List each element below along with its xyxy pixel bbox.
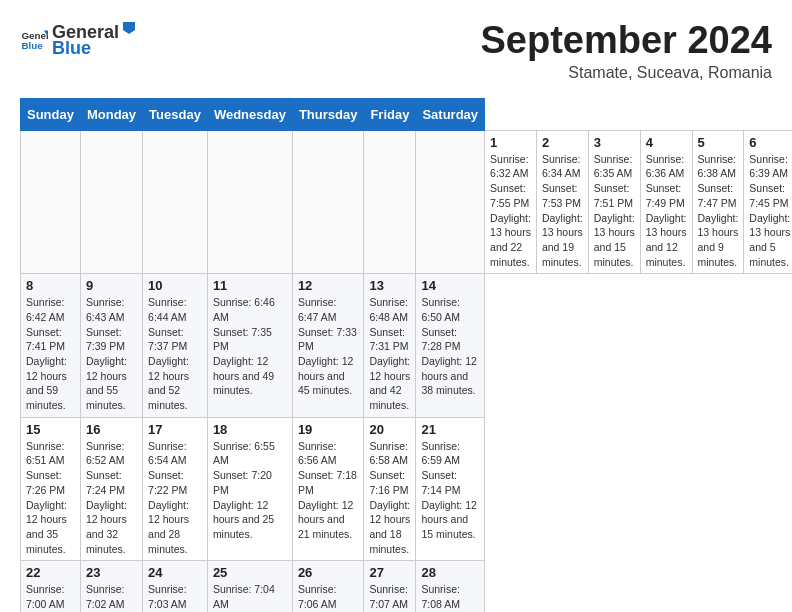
calendar-cell: 1 Sunrise: 6:32 AMSunset: 7:55 PMDayligh… (485, 130, 537, 274)
weekday-header-tuesday: Tuesday (143, 98, 208, 130)
calendar-cell: 17 Sunrise: 6:54 AMSunset: 7:22 PMDaylig… (143, 417, 208, 561)
day-info: Sunrise: 6:56 AMSunset: 7:18 PMDaylight:… (298, 439, 359, 542)
day-info: Sunrise: 6:39 AMSunset: 7:45 PMDaylight:… (749, 152, 790, 270)
calendar-cell: 9 Sunrise: 6:43 AMSunset: 7:39 PMDayligh… (80, 274, 142, 418)
calendar-cell: 21 Sunrise: 6:59 AMSunset: 7:14 PMDaylig… (416, 417, 485, 561)
day-number: 4 (646, 135, 687, 150)
day-info: Sunrise: 6:46 AMSunset: 7:35 PMDaylight:… (213, 295, 287, 398)
calendar-cell: 19 Sunrise: 6:56 AMSunset: 7:18 PMDaylig… (292, 417, 364, 561)
logo: General Blue General Blue (20, 20, 139, 59)
day-number: 8 (26, 278, 75, 293)
month-title: September 2024 (481, 20, 773, 62)
calendar-cell (21, 130, 81, 274)
day-number: 15 (26, 422, 75, 437)
day-number: 6 (749, 135, 790, 150)
day-info: Sunrise: 6:59 AMSunset: 7:14 PMDaylight:… (421, 439, 479, 542)
day-info: Sunrise: 6:52 AMSunset: 7:24 PMDaylight:… (86, 439, 137, 557)
logo-icon: General Blue (20, 25, 48, 53)
calendar-week-1: 1 Sunrise: 6:32 AMSunset: 7:55 PMDayligh… (21, 130, 793, 274)
title-area: September 2024 Stamate, Suceava, Romania (481, 20, 773, 82)
calendar-cell: 2 Sunrise: 6:34 AMSunset: 7:53 PMDayligh… (536, 130, 588, 274)
calendar-cell: 15 Sunrise: 6:51 AMSunset: 7:26 PMDaylig… (21, 417, 81, 561)
weekday-header-friday: Friday (364, 98, 416, 130)
calendar-cell: 25 Sunrise: 7:04 AMSunset: 7:06 PMDaylig… (207, 561, 292, 612)
weekday-header-row: SundayMondayTuesdayWednesdayThursdayFrid… (21, 98, 793, 130)
calendar-cell: 22 Sunrise: 7:00 AMSunset: 7:12 PMDaylig… (21, 561, 81, 612)
day-info: Sunrise: 7:06 AMSunset: 7:04 PMDaylight:… (298, 582, 359, 612)
day-info: Sunrise: 6:47 AMSunset: 7:33 PMDaylight:… (298, 295, 359, 398)
day-info: Sunrise: 7:04 AMSunset: 7:06 PMDaylight:… (213, 582, 287, 612)
weekday-header-thursday: Thursday (292, 98, 364, 130)
calendar-cell (416, 130, 485, 274)
day-info: Sunrise: 6:50 AMSunset: 7:28 PMDaylight:… (421, 295, 479, 398)
day-number: 2 (542, 135, 583, 150)
day-number: 10 (148, 278, 202, 293)
day-info: Sunrise: 6:43 AMSunset: 7:39 PMDaylight:… (86, 295, 137, 413)
weekday-header-sunday: Sunday (21, 98, 81, 130)
calendar-cell (143, 130, 208, 274)
page-header: General Blue General Blue September 2024… (20, 20, 772, 82)
calendar-cell: 5 Sunrise: 6:38 AMSunset: 7:47 PMDayligh… (692, 130, 744, 274)
day-info: Sunrise: 7:03 AMSunset: 7:08 PMDaylight:… (148, 582, 202, 612)
day-number: 28 (421, 565, 479, 580)
svg-marker-3 (123, 22, 135, 34)
calendar-table: SundayMondayTuesdayWednesdayThursdayFrid… (20, 98, 792, 612)
day-info: Sunrise: 6:32 AMSunset: 7:55 PMDaylight:… (490, 152, 531, 270)
calendar-cell: 23 Sunrise: 7:02 AMSunset: 7:10 PMDaylig… (80, 561, 142, 612)
calendar-cell: 12 Sunrise: 6:47 AMSunset: 7:33 PMDaylig… (292, 274, 364, 418)
calendar-cell: 11 Sunrise: 6:46 AMSunset: 7:35 PMDaylig… (207, 274, 292, 418)
day-number: 13 (369, 278, 410, 293)
day-info: Sunrise: 6:36 AMSunset: 7:49 PMDaylight:… (646, 152, 687, 270)
calendar-cell: 4 Sunrise: 6:36 AMSunset: 7:49 PMDayligh… (640, 130, 692, 274)
day-info: Sunrise: 6:42 AMSunset: 7:41 PMDaylight:… (26, 295, 75, 413)
day-info: Sunrise: 6:34 AMSunset: 7:53 PMDaylight:… (542, 152, 583, 270)
day-info: Sunrise: 6:51 AMSunset: 7:26 PMDaylight:… (26, 439, 75, 557)
day-info: Sunrise: 6:38 AMSunset: 7:47 PMDaylight:… (698, 152, 739, 270)
day-info: Sunrise: 7:02 AMSunset: 7:10 PMDaylight:… (86, 582, 137, 612)
day-info: Sunrise: 7:08 AMSunset: 7:00 PMDaylight:… (421, 582, 479, 612)
day-number: 24 (148, 565, 202, 580)
day-number: 26 (298, 565, 359, 580)
day-info: Sunrise: 6:54 AMSunset: 7:22 PMDaylight:… (148, 439, 202, 557)
calendar-cell: 26 Sunrise: 7:06 AMSunset: 7:04 PMDaylig… (292, 561, 364, 612)
calendar-cell: 20 Sunrise: 6:58 AMSunset: 7:16 PMDaylig… (364, 417, 416, 561)
svg-text:Blue: Blue (21, 40, 43, 51)
calendar-cell (364, 130, 416, 274)
day-info: Sunrise: 6:48 AMSunset: 7:31 PMDaylight:… (369, 295, 410, 413)
day-number: 22 (26, 565, 75, 580)
day-number: 16 (86, 422, 137, 437)
day-number: 11 (213, 278, 287, 293)
day-number: 21 (421, 422, 479, 437)
calendar-cell: 8 Sunrise: 6:42 AMSunset: 7:41 PMDayligh… (21, 274, 81, 418)
calendar-cell (80, 130, 142, 274)
calendar-cell: 18 Sunrise: 6:55 AMSunset: 7:20 PMDaylig… (207, 417, 292, 561)
calendar-cell (292, 130, 364, 274)
day-info: Sunrise: 6:35 AMSunset: 7:51 PMDaylight:… (594, 152, 635, 270)
calendar-cell: 16 Sunrise: 6:52 AMSunset: 7:24 PMDaylig… (80, 417, 142, 561)
day-number: 23 (86, 565, 137, 580)
calendar-cell: 10 Sunrise: 6:44 AMSunset: 7:37 PMDaylig… (143, 274, 208, 418)
day-info: Sunrise: 7:00 AMSunset: 7:12 PMDaylight:… (26, 582, 75, 612)
day-number: 25 (213, 565, 287, 580)
day-number: 9 (86, 278, 137, 293)
day-number: 17 (148, 422, 202, 437)
weekday-header-monday: Monday (80, 98, 142, 130)
logo-flag-icon (120, 20, 138, 38)
location-subtitle: Stamate, Suceava, Romania (481, 64, 773, 82)
calendar-week-2: 8 Sunrise: 6:42 AMSunset: 7:41 PMDayligh… (21, 274, 793, 418)
day-info: Sunrise: 7:07 AMSunset: 7:02 PMDaylight:… (369, 582, 410, 612)
calendar-cell (207, 130, 292, 274)
calendar-cell: 13 Sunrise: 6:48 AMSunset: 7:31 PMDaylig… (364, 274, 416, 418)
calendar-week-3: 15 Sunrise: 6:51 AMSunset: 7:26 PMDaylig… (21, 417, 793, 561)
day-number: 1 (490, 135, 531, 150)
calendar-cell: 6 Sunrise: 6:39 AMSunset: 7:45 PMDayligh… (744, 130, 792, 274)
calendar-cell: 24 Sunrise: 7:03 AMSunset: 7:08 PMDaylig… (143, 561, 208, 612)
weekday-header-saturday: Saturday (416, 98, 485, 130)
day-number: 19 (298, 422, 359, 437)
day-info: Sunrise: 6:55 AMSunset: 7:20 PMDaylight:… (213, 439, 287, 542)
calendar-cell: 27 Sunrise: 7:07 AMSunset: 7:02 PMDaylig… (364, 561, 416, 612)
day-number: 14 (421, 278, 479, 293)
day-number: 5 (698, 135, 739, 150)
day-number: 20 (369, 422, 410, 437)
day-info: Sunrise: 6:44 AMSunset: 7:37 PMDaylight:… (148, 295, 202, 413)
